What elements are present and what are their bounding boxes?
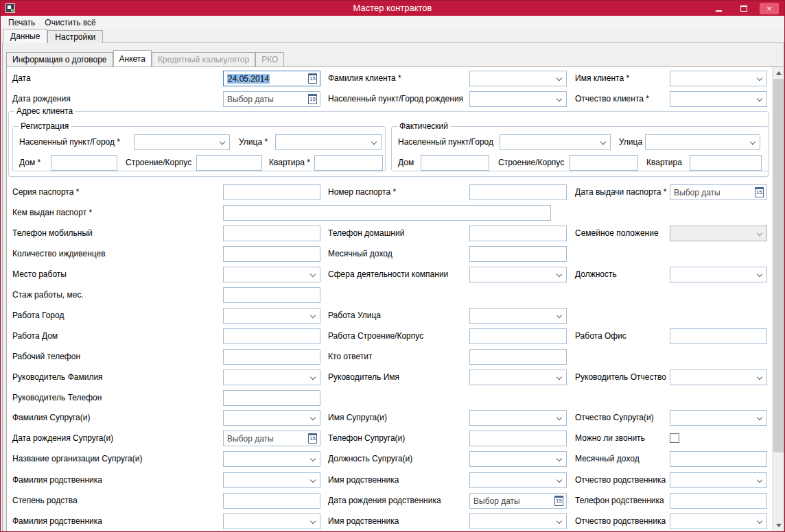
position-combobox[interactable] (670, 267, 767, 282)
mobile-phone-input[interactable] (223, 226, 320, 241)
manager-surname-combobox[interactable] (223, 370, 320, 385)
arrow-up-icon (776, 71, 782, 75)
fact-house-label: Дом (398, 158, 414, 167)
date-datepicker[interactable]: 24.05.2014 15 (223, 71, 320, 86)
fact-city-combobox[interactable] (500, 134, 611, 150)
reg-street-combobox[interactable] (275, 134, 382, 150)
client-surname-label: Фамилия клиента * (328, 73, 401, 83)
spouse-income-label: Месячный доход (575, 454, 640, 463)
client-patronymic-combobox[interactable] (670, 91, 767, 107)
company-sphere-combobox[interactable] (469, 267, 567, 282)
relative2-name-combobox[interactable] (469, 513, 567, 529)
relative-phone-input[interactable] (670, 493, 767, 509)
work-phone-input[interactable] (223, 349, 320, 365)
birth-date-datepicker[interactable]: Выбор даты 15 (223, 91, 320, 107)
vertical-scrollbar[interactable] (772, 67, 784, 531)
monthly-income-input[interactable] (469, 246, 567, 262)
calendar-button[interactable]: 15 (552, 494, 565, 507)
work-house-input[interactable] (223, 328, 320, 344)
reg-apartment-input[interactable] (314, 155, 383, 171)
menu-clear-all[interactable]: Очистить всё (40, 16, 100, 29)
work-building-input[interactable] (469, 328, 567, 344)
relative2-patronymic-label: Отчество родственника (575, 516, 666, 526)
minimize-icon (716, 10, 722, 12)
form-row: Руководитель Фамилия Руководитель Имя Ру… (7, 370, 784, 386)
spouse-position-combobox[interactable] (469, 451, 567, 467)
calendar-button[interactable]: 15 (753, 186, 766, 199)
calendar-button[interactable]: 15 (306, 432, 319, 445)
scroll-down-button[interactable] (773, 520, 784, 531)
spouse-patronymic-combobox[interactable] (670, 410, 767, 426)
work-city-combobox[interactable] (223, 308, 320, 324)
maximize-button[interactable] (734, 3, 753, 14)
relative2-surname-combobox[interactable] (223, 513, 320, 529)
reg-house-label: Дом * (19, 158, 40, 167)
spouse-org-combobox[interactable] (223, 451, 320, 467)
spouse-birth-datepicker[interactable]: Выбор даты 15 (223, 431, 320, 446)
menu-bar: Печать Очистить всё (1, 16, 784, 29)
calendar-button[interactable]: 15 (306, 72, 319, 85)
chevron-down-icon (556, 477, 562, 483)
relative-name-combobox[interactable] (469, 472, 567, 488)
fact-building-input[interactable] (570, 155, 638, 171)
fact-street-label: Улица (619, 137, 642, 147)
form-row: Рабочий телефон Кто ответит (7, 349, 784, 365)
tab-questionnaire[interactable]: Анкета (113, 50, 152, 66)
birth-place-combobox[interactable] (469, 91, 567, 107)
manager-name-label: Руководитель Имя (328, 372, 399, 382)
spouse-phone-input[interactable] (469, 431, 567, 446)
workplace-combobox[interactable] (223, 267, 320, 282)
passport-number-input[interactable] (469, 184, 567, 200)
scrollbar-thumb[interactable] (773, 79, 784, 452)
home-phone-input[interactable] (469, 226, 567, 241)
chevron-down-icon (556, 271, 562, 277)
reg-house-input[interactable] (51, 155, 117, 171)
spouse-name-combobox[interactable] (469, 410, 567, 426)
passport-issue-datepicker[interactable]: Выбор даты 15 (670, 184, 767, 200)
can-call-checkbox[interactable] (670, 433, 679, 443)
manager-phone-input[interactable] (223, 390, 320, 406)
client-surname-combobox[interactable] (469, 71, 567, 86)
form-row: Кем выдан паспорт * (7, 205, 784, 221)
arrow-down-icon (776, 524, 782, 527)
passport-series-input[interactable] (223, 184, 320, 200)
fact-house-input[interactable] (421, 155, 489, 171)
tab-data[interactable]: Данные (3, 29, 47, 43)
chevron-down-icon (757, 518, 762, 524)
relative-birth-datepicker[interactable]: Выбор даты 15 (469, 493, 567, 509)
reg-city-label: Населенный пункт/Город * (19, 137, 120, 147)
relative-phone-label: Телефон родственника (575, 496, 664, 505)
tab-settings[interactable]: Настройки (47, 30, 103, 43)
spouse-surname-combobox[interactable] (223, 410, 320, 426)
passport-issue-date-label: Дата выдачи паспорта * (575, 187, 666, 197)
reg-building-input[interactable] (196, 155, 262, 171)
work-office-input[interactable] (670, 328, 767, 344)
dependents-input[interactable] (223, 246, 320, 262)
tab-rko: РКО (255, 52, 284, 66)
close-button[interactable]: × (760, 3, 779, 14)
chevron-down-icon (556, 415, 562, 420)
fact-street-combobox[interactable] (645, 134, 760, 150)
minimize-button[interactable] (709, 3, 728, 14)
passport-issuer-input[interactable] (223, 205, 551, 221)
calendar-button[interactable]: 15 (306, 93, 319, 106)
relative2-patronymic-combobox[interactable] (670, 513, 767, 529)
fact-apartment-input[interactable] (690, 155, 762, 171)
chevron-down-icon (556, 313, 562, 318)
manager-name-combobox[interactable] (469, 370, 567, 385)
relative-patronymic-combobox[interactable] (670, 472, 767, 488)
menu-print[interactable]: Печать (3, 16, 40, 29)
scroll-up-button[interactable] (773, 67, 784, 79)
work-street-combobox[interactable] (469, 308, 567, 324)
kinship-input[interactable] (223, 493, 320, 509)
chevron-down-icon (600, 139, 606, 145)
tab-contract-info[interactable]: Информация о договоре (6, 52, 113, 66)
manager-patronymic-combobox[interactable] (670, 370, 767, 385)
spouse-income-input[interactable] (670, 451, 767, 467)
who-answers-input[interactable] (469, 349, 567, 365)
work-experience-input[interactable] (223, 287, 320, 303)
client-name-combobox[interactable] (670, 71, 767, 86)
relative-surname-combobox[interactable] (223, 472, 320, 488)
reg-city-combobox[interactable] (134, 134, 230, 150)
date-value: 24.05.2014 (227, 74, 270, 84)
